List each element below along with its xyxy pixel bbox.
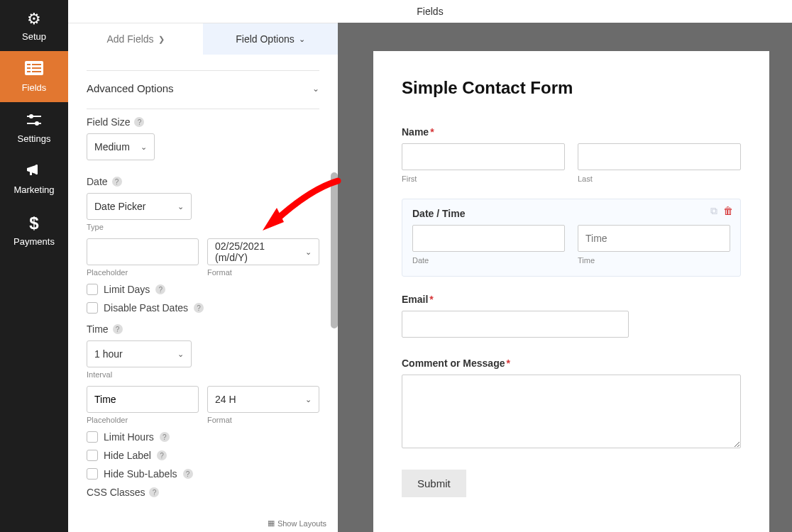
sidebar-item-fields[interactable]: Fields: [0, 51, 68, 102]
select-field-size[interactable]: Medium ⌄: [87, 133, 155, 160]
field-toolbar: ⧉ 🗑: [710, 205, 733, 217]
sliders-icon: [26, 112, 43, 131]
sidebar-item-label: Payments: [13, 236, 55, 247]
sublabel-time: Time: [578, 256, 730, 265]
field-label-datetime: Date / Time: [412, 208, 730, 219]
checkbox-icon: [87, 431, 98, 443]
select-value: 24 H: [215, 394, 236, 405]
help-icon[interactable]: ?: [113, 324, 123, 334]
sidebar-item-label: Fields: [22, 82, 47, 93]
sidebar-item-label: Setup: [22, 31, 46, 42]
chevron-down-icon: ⌄: [141, 143, 147, 152]
trash-icon[interactable]: 🗑: [723, 205, 733, 217]
sublabel-placeholder: Placeholder: [87, 268, 199, 277]
checkbox-hide-sublabels[interactable]: Hide Sub-Labels ?: [87, 468, 319, 480]
input-first-name[interactable]: [402, 143, 565, 170]
svg-rect-3: [27, 71, 31, 72]
select-value: 1 hour: [94, 348, 123, 360]
topbar-title: Fields: [417, 6, 443, 17]
checkbox-hide-label[interactable]: Hide Label ?: [87, 450, 319, 461]
chevron-down-icon: ⌄: [299, 35, 305, 44]
chevron-down-icon: ⌄: [305, 248, 312, 257]
form-icon: [25, 61, 43, 79]
dollar-icon: $: [29, 214, 38, 233]
sidebar-item-label: Settings: [18, 133, 51, 144]
chevron-down-icon: ⌄: [177, 202, 184, 211]
select-value: Medium: [94, 141, 130, 153]
input-date-placeholder[interactable]: [87, 238, 199, 265]
checkbox-limit-hours[interactable]: Limit Hours ?: [87, 431, 319, 443]
input-email[interactable]: [402, 311, 629, 338]
required-icon: *: [506, 358, 510, 369]
divider: [87, 109, 319, 109]
sidebar-item-settings[interactable]: Settings: [0, 102, 68, 153]
options-panel: Add Fields ❯ Field Options ⌄ Advanced Op…: [68, 23, 338, 532]
checkbox-icon: [87, 450, 98, 461]
topbar: Fields: [68, 0, 792, 23]
label-date: Date ?: [87, 176, 319, 187]
input-time-placeholder[interactable]: [87, 386, 199, 413]
checkbox-icon: [87, 284, 98, 295]
sublabel-date: Date: [412, 256, 565, 265]
input-last-name[interactable]: [578, 143, 741, 170]
required-icon: *: [430, 126, 434, 138]
svg-point-8: [30, 115, 33, 118]
scrollbar[interactable]: [331, 172, 338, 328]
svg-rect-5: [32, 67, 41, 69]
sublabel-placeholder: Placeholder: [87, 416, 199, 424]
help-icon[interactable]: ?: [149, 487, 159, 497]
svg-rect-2: [27, 67, 31, 69]
sidebar-item-label: Marketing: [13, 184, 54, 195]
help-icon[interactable]: ?: [112, 177, 122, 187]
label-time: Time ?: [87, 323, 319, 335]
label-css-classes: CSS Classes ?: [87, 487, 319, 498]
select-date-format[interactable]: 02/25/2021 (m/d/Y) ⌄: [207, 238, 319, 265]
duplicate-icon[interactable]: ⧉: [710, 205, 717, 217]
select-value: Date Picker: [94, 201, 145, 212]
help-icon[interactable]: ?: [194, 303, 204, 313]
svg-rect-11: [35, 165, 38, 174]
checkbox-limit-days[interactable]: Limit Days ?: [87, 284, 319, 295]
form-title: Simple Contact Form: [402, 78, 741, 98]
tab-label: Field Options: [236, 33, 294, 45]
sublabel-interval: Interval: [87, 370, 319, 379]
panel-body: Advanced Options ⌄ Field Size ? Medium ⌄…: [68, 55, 338, 532]
textarea-comment[interactable]: [402, 375, 741, 448]
sidebar-item-marketing[interactable]: Marketing: [0, 153, 68, 204]
field-label-name: Name*: [402, 126, 741, 138]
help-icon[interactable]: ?: [134, 117, 144, 127]
svg-rect-6: [32, 71, 41, 72]
help-icon[interactable]: ?: [155, 284, 165, 294]
sidebar-item-setup[interactable]: ⚙ Setup: [0, 0, 68, 51]
sublabel-type: Type: [87, 223, 319, 231]
gear-icon: ⚙: [27, 10, 41, 28]
panel-tabs: Add Fields ❯ Field Options ⌄: [68, 23, 338, 55]
chevron-down-icon: ⌄: [177, 350, 184, 359]
svg-rect-4: [32, 64, 41, 65]
select-time-interval[interactable]: 1 hour ⌄: [87, 340, 192, 367]
preview-area: Simple Contact Form Name* First Last ⧉ 🗑…: [338, 23, 792, 532]
svg-rect-1: [27, 64, 31, 65]
field-label-comment: Comment or Message*: [402, 358, 741, 369]
input-time[interactable]: [578, 225, 730, 252]
field-block-datetime[interactable]: ⧉ 🗑 Date / Time Date Time: [402, 199, 741, 277]
help-icon[interactable]: ?: [183, 469, 193, 479]
tab-field-options[interactable]: Field Options ⌄: [203, 23, 338, 55]
nav-sidebar: ⚙ Setup Fields Settings Marketing $ Paym…: [0, 0, 68, 532]
submit-button[interactable]: Submit: [402, 470, 466, 497]
tab-add-fields[interactable]: Add Fields ❯: [68, 23, 203, 55]
field-label-email: Email*: [402, 294, 741, 305]
checkbox-disable-past[interactable]: Disable Past Dates ?: [87, 302, 319, 314]
sublabel-format: Format: [207, 268, 319, 277]
help-icon[interactable]: ?: [157, 450, 167, 460]
show-layouts-link[interactable]: ▦ Show Layouts: [268, 519, 326, 528]
sidebar-item-payments[interactable]: $ Payments: [0, 204, 68, 255]
select-date-type[interactable]: Date Picker ⌄: [87, 193, 192, 220]
sublabel-first: First: [402, 174, 565, 183]
section-title: Advanced Options: [87, 82, 174, 94]
help-icon[interactable]: ?: [160, 432, 170, 442]
input-date[interactable]: [412, 225, 565, 252]
select-time-format[interactable]: 24 H ⌄: [207, 386, 319, 413]
grid-icon: ▦: [268, 519, 275, 528]
section-advanced-options[interactable]: Advanced Options ⌄: [87, 71, 319, 103]
